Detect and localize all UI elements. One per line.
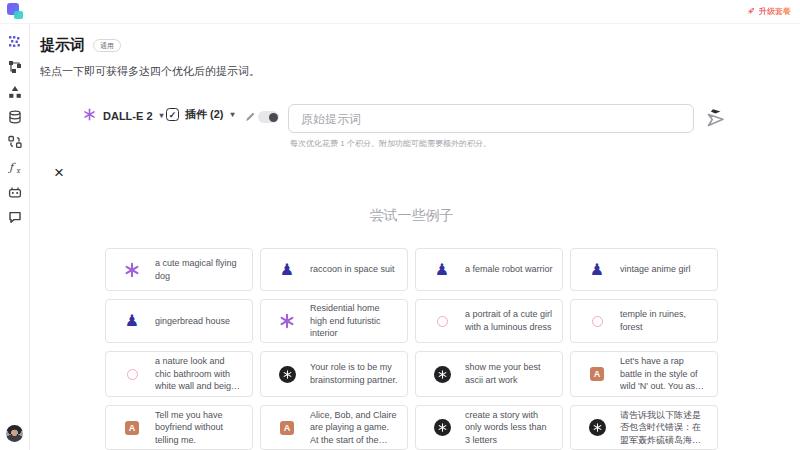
example-card-text: a cute magical flying dog bbox=[155, 257, 243, 282]
rocket-icon bbox=[745, 6, 756, 17]
database-icon bbox=[8, 110, 22, 124]
node-graph-icon bbox=[8, 60, 22, 74]
example-card-text: a female robot warrior bbox=[465, 263, 553, 276]
example-card[interactable]: Residential home high end futuristic int… bbox=[260, 299, 408, 343]
chatgpt-icon bbox=[432, 366, 452, 383]
dalle-icon bbox=[122, 261, 142, 279]
upgrade-plan-label: 升级套餐 bbox=[759, 6, 791, 17]
lexica-icon bbox=[587, 316, 607, 327]
example-card-text: Alice, Bob, and Claire are playing a gam… bbox=[310, 409, 398, 447]
prompt-grid-icon bbox=[8, 35, 22, 49]
example-card-text: raccoon in space suit bbox=[310, 263, 395, 276]
example-card[interactable]: ♟vintage anime girl bbox=[570, 248, 718, 291]
plugins-select[interactable]: ✓ 插件 (2) ▾ bbox=[166, 107, 235, 122]
top-bar: 升级套餐 bbox=[0, 0, 800, 24]
sidebar-item-prompts[interactable] bbox=[8, 35, 22, 49]
lexica-icon bbox=[122, 369, 142, 380]
chatgpt-icon bbox=[432, 419, 452, 436]
svg-text:x: x bbox=[16, 167, 21, 175]
app-root: 升级套餐 ƒx 提示词 通用 轻点一下即可获得多达四个优化后的提示词。 DALL… bbox=[0, 0, 800, 450]
example-card-text: Your role is to be my brainstorming part… bbox=[310, 361, 398, 386]
model-select-label: DALL-E 2 bbox=[103, 110, 153, 122]
example-card-text: 请告诉我以下陈述是否包含时代错误：在盟军轰炸硫磺岛海滩期间，拉尔夫大声... bbox=[620, 409, 708, 447]
sidebar-item-sitemap[interactable] bbox=[8, 85, 22, 99]
user-avatar[interactable] bbox=[6, 425, 23, 442]
example-card[interactable]: AAlice, Bob, and Claire are playing a ga… bbox=[260, 405, 408, 450]
sidebar: ƒx bbox=[0, 24, 30, 450]
sidebar-item-chat[interactable] bbox=[8, 210, 22, 224]
close-button[interactable]: × bbox=[49, 163, 69, 183]
claude-icon: A bbox=[277, 421, 297, 435]
lexica-icon bbox=[432, 316, 452, 327]
dalle-icon bbox=[277, 312, 297, 330]
page-title: 提示词 bbox=[40, 36, 85, 55]
stable-diffusion-icon: ♟ bbox=[277, 262, 297, 278]
sitemap-icon bbox=[8, 85, 22, 99]
example-card-text: Residential home high end futuristic int… bbox=[310, 302, 398, 340]
sidebar-item-flows[interactable] bbox=[8, 60, 22, 74]
example-card[interactable]: show me your best ascii art work bbox=[415, 351, 563, 397]
upgrade-plan-button[interactable]: 升级套餐 bbox=[745, 3, 791, 20]
sidebar-item-data[interactable] bbox=[8, 110, 22, 124]
example-card[interactable]: a nature look and chic bathroom with whi… bbox=[105, 351, 253, 397]
example-card[interactable]: create a story with only words less than… bbox=[415, 405, 563, 450]
example-card[interactable]: a portrait of a cute girl with a luminou… bbox=[415, 299, 563, 343]
plugins-checkbox[interactable]: ✓ bbox=[166, 108, 179, 121]
model-select[interactable]: DALL-E 2 ▾ bbox=[82, 107, 164, 124]
stable-diffusion-icon: ♟ bbox=[122, 313, 142, 329]
functions-icon: ƒx bbox=[8, 160, 22, 174]
chatgpt-icon bbox=[277, 366, 297, 383]
claude-icon: A bbox=[122, 421, 142, 435]
example-card-text: Tell me you have boyfriend without telli… bbox=[155, 409, 243, 447]
example-card-text: vintage anime girl bbox=[620, 263, 691, 276]
example-card[interactable]: 请告诉我以下陈述是否包含时代错误：在盟军轰炸硫磺岛海滩期间，拉尔夫大声... bbox=[570, 405, 718, 450]
chevron-down-icon: ▾ bbox=[160, 111, 164, 120]
example-card-text: show me your best ascii art work bbox=[465, 361, 553, 386]
example-card-text: create a story with only words less than… bbox=[465, 409, 553, 447]
example-card[interactable]: ♟a female robot warrior bbox=[415, 248, 563, 291]
page-title-badge: 通用 bbox=[93, 39, 121, 53]
chat-icon bbox=[8, 210, 22, 224]
openai-icon bbox=[82, 107, 97, 124]
robot-icon bbox=[8, 185, 22, 199]
sidebar-item-functions[interactable]: ƒx bbox=[8, 160, 22, 174]
edit-toggle-group bbox=[245, 111, 279, 123]
example-card[interactable]: ♟raccoon in space suit bbox=[260, 248, 408, 291]
example-card[interactable]: temple in ruines, forest bbox=[570, 299, 718, 343]
stable-diffusion-icon: ♟ bbox=[432, 262, 452, 278]
blocks-icon bbox=[8, 135, 22, 149]
logo-shape-teal bbox=[14, 11, 23, 19]
stable-diffusion-icon: ♟ bbox=[587, 262, 607, 278]
example-card[interactable]: Your role is to be my brainstorming part… bbox=[260, 351, 408, 397]
edit-toggle[interactable] bbox=[258, 111, 279, 123]
chatgpt-icon bbox=[587, 419, 607, 436]
toggle-knob bbox=[269, 113, 278, 122]
sidebar-item-pipelines[interactable] bbox=[8, 135, 22, 149]
svg-text:ƒ: ƒ bbox=[8, 161, 16, 174]
examples-heading: 尝试一些例子 bbox=[105, 207, 718, 225]
example-card[interactable]: ♟gingerbread house bbox=[105, 299, 253, 343]
example-card-text: Let's have a rap battle in the style of … bbox=[620, 355, 708, 393]
chevron-down-icon: ▾ bbox=[231, 110, 235, 119]
claude-icon: A bbox=[587, 367, 607, 381]
example-card[interactable]: ATell me you have boyfriend without tell… bbox=[105, 405, 253, 450]
credit-note: 每次优化花费 1 个积分。附加功能可能需要额外的积分。 bbox=[290, 138, 491, 149]
sidebar-item-agents[interactable] bbox=[8, 185, 22, 199]
page-subtitle: 轻点一下即可获得多达四个优化后的提示词。 bbox=[40, 64, 260, 79]
examples-grid: a cute magical flying dog♟raccoon in spa… bbox=[105, 248, 718, 450]
main-content: 提示词 通用 轻点一下即可获得多达四个优化后的提示词。 DALL-E 2 ▾ ✓… bbox=[30, 24, 800, 450]
example-card[interactable]: a cute magical flying dog bbox=[105, 248, 253, 291]
example-card-text: temple in ruines, forest bbox=[620, 308, 708, 333]
pen-icon bbox=[245, 112, 255, 122]
example-card[interactable]: ALet's have a rap battle in the style of… bbox=[570, 351, 718, 397]
send-button[interactable] bbox=[703, 106, 729, 132]
example-card-text: a nature look and chic bathroom with whi… bbox=[155, 355, 243, 393]
app-logo-icon[interactable] bbox=[7, 3, 24, 20]
example-card-text: gingerbread house bbox=[155, 315, 230, 328]
example-card-text: a portrait of a cute girl with a luminou… bbox=[465, 308, 553, 333]
send-icon bbox=[703, 106, 729, 132]
plugins-select-label: 插件 (2) bbox=[185, 107, 224, 122]
prompt-input[interactable] bbox=[288, 104, 694, 133]
